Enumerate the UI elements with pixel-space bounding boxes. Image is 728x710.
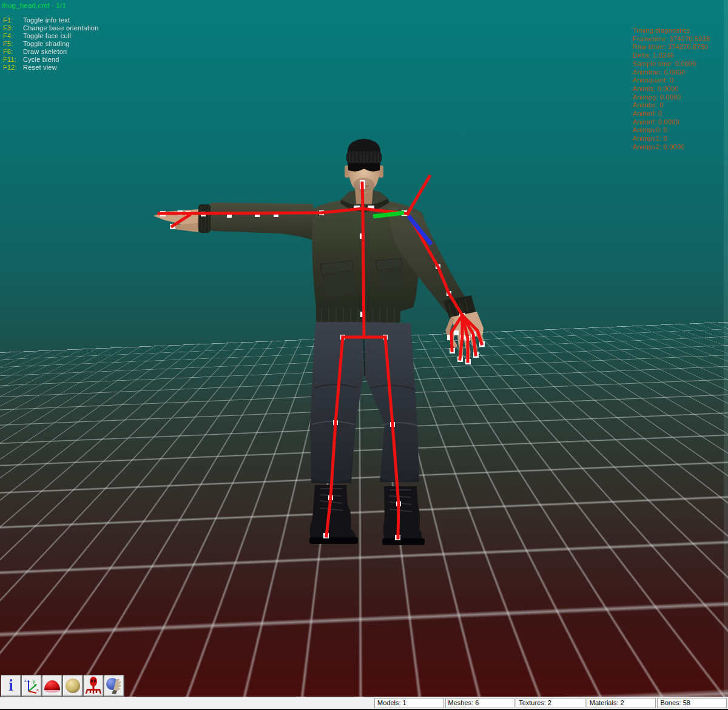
hotkey-action: Toggle shading (23, 40, 70, 48)
diagnostics-line: Delta: 1.0246 (633, 52, 710, 60)
hotkey-key: F4: (3, 32, 23, 40)
hotkey-action: Change base orientation (23, 24, 98, 32)
hotkey-row: F1: Toggle info text (3, 16, 98, 24)
diagnostics-line: Animnf: 0 (633, 110, 710, 118)
hotkey-action: Cycle blend (23, 56, 59, 64)
dome-button[interactable] (42, 675, 62, 697)
diagnostics-line: Animls: 0.0000 (633, 85, 710, 93)
diagnostics-line: Animbs: 0 (633, 101, 710, 110)
diagnostics-line: Animfrac: 0.0000 (633, 69, 710, 77)
hotkey-key: F3: (3, 24, 23, 32)
diagnostics-line: Frametime: 374270.5938 (633, 35, 710, 44)
viewport-right-edge (724, 0, 728, 697)
hotkey-row: F3: Change base orientation (3, 24, 98, 32)
hotkey-row: F12: Reset view (3, 64, 98, 72)
diagnostics-line: Animpv0: 0 (633, 126, 710, 135)
diagnostics-title: Timing diagnostics (633, 27, 710, 35)
dome-icon (43, 677, 61, 694)
hotkey-key: F11: (3, 56, 23, 64)
trackball-button[interactable] (104, 675, 124, 697)
diagnostics-line: Raw timer: 374270.8750 (633, 43, 710, 52)
timing-diagnostics: Timing diagnostics Frametime: 374270.593… (633, 27, 710, 152)
floor-grid (0, 286, 728, 710)
sphere-button[interactable] (62, 675, 83, 697)
status-models: Models: 1 (374, 698, 444, 708)
hotkey-action: Draw skeleton (23, 48, 67, 56)
skeleton-icon (85, 677, 102, 695)
skeleton-button[interactable] (83, 675, 104, 697)
hotkey-key: F6: (3, 48, 23, 56)
status-textures: Textures: 2 (516, 698, 585, 708)
hotkey-action: Toggle info text (23, 16, 70, 24)
diagnostics-line: Animpg: 0.0000 (633, 93, 710, 102)
hotkey-row: F4: Toggle face cull (3, 32, 98, 40)
hotkey-row: F6: Draw skeleton (3, 48, 98, 56)
svg-text:y: y (33, 678, 35, 684)
axes-button[interactable]: z y x (21, 675, 42, 697)
hotkey-key: F5: (3, 40, 23, 48)
hotkey-help: F1: Toggle info text F3: Change base ori… (3, 16, 98, 72)
trackball-hand-icon (105, 677, 123, 695)
hotkey-action: Toggle face cull (23, 32, 71, 40)
statusbar: Models: 1 Meshes: 6 Textures: 2 Material… (0, 697, 728, 710)
model-title: thug_head.cmf - 1/1 (2, 2, 66, 10)
hotkey-action: Reset view (23, 64, 57, 72)
status-materials: Materials: 2 (587, 698, 656, 708)
diagnostics-line: Animpv2: 0.0000 (633, 143, 710, 152)
diagnostics-line: Animpv1: 0 (633, 135, 710, 143)
floor-grid-wrap (0, 0, 728, 710)
svg-text:z: z (24, 678, 27, 683)
info-button[interactable]: i (1, 675, 21, 697)
hotkey-row: F11: Cycle blend (3, 56, 98, 64)
diagnostics-line: Animnf: 0.0000 (633, 118, 710, 127)
svg-text:x: x (36, 687, 39, 692)
model-viewer-window: thug_head.cmf - 1/1 F1: Toggle info text… (0, 0, 728, 710)
diagnostics-line: Sample time: 0.0000 (633, 60, 710, 69)
status-meshes: Meshes: 6 (445, 698, 515, 708)
sphere-icon (64, 677, 81, 694)
hotkey-row: F5: Toggle shading (3, 40, 98, 48)
statusbar-inner: Models: 1 Meshes: 6 Textures: 2 Material… (0, 697, 728, 709)
status-bones: Bones: 58 (657, 698, 727, 708)
axes-icon: z y x (23, 677, 40, 694)
info-icon: i (8, 677, 13, 694)
viewport-3d[interactable]: thug_head.cmf - 1/1 F1: Toggle info text… (0, 0, 728, 710)
hotkey-key: F12: (3, 64, 23, 72)
toolbar: i z y x (1, 675, 124, 697)
hotkey-key: F1: (3, 16, 23, 24)
status-panels: Models: 1 Meshes: 6 Textures: 2 Material… (374, 698, 727, 708)
diagnostics-line: Animquant: 0 (633, 76, 710, 85)
